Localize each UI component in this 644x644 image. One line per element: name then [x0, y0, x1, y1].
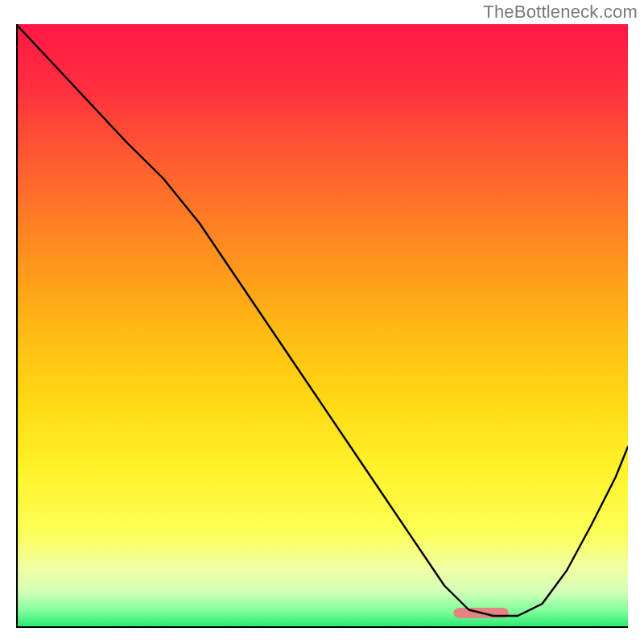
- chart-svg: [16, 24, 628, 628]
- figure-container: TheBottleneck.com: [0, 0, 644, 644]
- watermark-text: TheBottleneck.com: [483, 2, 638, 23]
- gradient-background: [16, 24, 628, 628]
- plot-area: [16, 24, 628, 628]
